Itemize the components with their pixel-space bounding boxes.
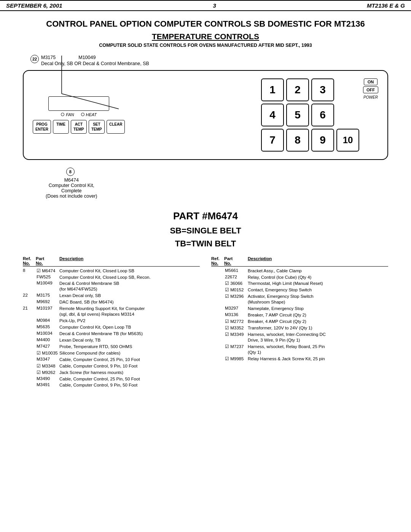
part-number: PART #M6474: [23, 210, 388, 222]
table-row: 8 ☑ M6474 Computer Control Kit, Closed L…: [23, 268, 200, 274]
page: SEPTEMBER 6, 2001 3 MT2136 E & G CONTROL…: [0, 0, 411, 532]
power-label: POWER: [363, 95, 378, 99]
table-row: M0984 Pick-Up, PV2: [23, 318, 200, 324]
row-partno: M3347: [36, 357, 59, 361]
header: SEPTEMBER 6, 2001 3 MT2136 E & G: [0, 0, 411, 11]
fan-heat-row: FAN HEAT: [61, 112, 97, 117]
row-desc: Cable, Computer Control, 25 Pin, 10 Foot: [59, 357, 200, 363]
row-partno: 22672: [224, 275, 247, 279]
header-date: SEPTEMBER 6, 2001: [6, 2, 62, 9]
col-ref-left: Ref.No.: [23, 256, 35, 265]
circle-22: 22: [30, 55, 39, 63]
fan-label: FAN: [66, 112, 74, 117]
table-row: M5661 Bracket Assy., Cable Clamp: [211, 268, 388, 274]
numpad-4[interactable]: 4: [261, 104, 284, 126]
table-row: ☑ M7237 Harness, w/socket, Relay Board, …: [211, 344, 388, 355]
numpad-8[interactable]: 8: [286, 129, 309, 152]
table-row: M9692 DAC Board, SB (for M6474): [23, 299, 200, 305]
col-desc-left: Description: [59, 256, 200, 265]
row-desc: Relay Harness & Jack Screw Kit, 25 pin: [248, 356, 388, 362]
row-partno: M5635: [36, 324, 59, 329]
table-row: M3347 Cable, Computer Control, 25 Pin, 1…: [23, 357, 200, 363]
parts-column-right: Ref.No. PartNo. Description M5661 Bracke…: [211, 256, 388, 389]
fan-circle: [61, 113, 64, 116]
row-partno: M7427: [36, 344, 59, 348]
part-ref-m6474: M6474: [46, 177, 97, 183]
col-desc-right: Description: [248, 256, 388, 265]
table-row: ☑ M3349 Harness, w/socket, Inter-Connect…: [211, 332, 388, 343]
row-partno: M0984: [36, 318, 59, 323]
numpad-1[interactable]: 1: [261, 78, 284, 101]
parts-header-left: Ref.No. PartNo. Description: [23, 256, 200, 267]
row-partno: M5661: [224, 268, 247, 273]
circle-8: 8: [66, 168, 75, 176]
numpad: 1 2 3 4 5 6 7 8 9 10: [261, 78, 359, 152]
numpad-7[interactable]: 7: [261, 129, 284, 152]
row-desc: Remote Mounting Support Kit, for Compute…: [59, 306, 200, 317]
on-button[interactable]: ON: [364, 78, 378, 85]
row-desc: Pick-Up, PV2: [59, 318, 200, 324]
time-btn[interactable]: TIME: [53, 120, 69, 134]
row-desc: Cable, Computer Control, 9 Pin, 10 Foot: [59, 363, 200, 369]
row-desc: Computer Control Kit, Open Loop TB: [59, 324, 200, 330]
set-temp-btn[interactable]: SET TEMP: [89, 120, 105, 134]
row-partno: ☑ M0152: [224, 287, 247, 292]
diagram-inner: FAN HEAT PROG ENTER TIME ACT TEMP SET T: [33, 78, 378, 152]
table-row: M10049 Decal & Control Membrane SB(for M…: [23, 281, 200, 292]
table-row: M4400 Lexan Decal only, TB: [23, 337, 200, 343]
row-partno: ☑ M6474: [36, 268, 59, 273]
row-partno: ☑ M3352: [224, 325, 247, 331]
table-row: ☑ M0152 Contact, Emergency Stop Switch: [211, 287, 388, 293]
right-numpad-power: 1 2 3 4 5 6 7 8 9 10: [253, 78, 378, 152]
row-partno: ☑ 36066: [224, 281, 247, 286]
row-partno: M3136: [224, 312, 247, 317]
col-part-left: PartNo.: [36, 256, 59, 265]
numpad-6[interactable]: 6: [311, 104, 334, 126]
numpad-5[interactable]: 5: [286, 104, 309, 126]
row-desc: Cable, Computer Control, 9 Pin, 50 Foot: [59, 382, 200, 388]
tb-label: TB=TWIN BELT: [23, 239, 388, 249]
row-desc: Computer Control Kit, Closed Loop SB: [59, 268, 200, 274]
row-desc: Probe, Temperature RTD, 500 OHMS: [59, 344, 200, 350]
heat-circle: [81, 113, 84, 116]
table-row: M3491 Cable, Computer Control, 9 Pin, 50…: [23, 382, 200, 388]
prog-enter-btn[interactable]: PROG ENTER: [33, 120, 51, 134]
decal-m10049: M10049: [78, 55, 96, 60]
off-button[interactable]: OFF: [363, 86, 378, 93]
row-ref: 21: [23, 306, 35, 310]
row-desc: Jack Screw (for harness mounts): [59, 370, 200, 375]
row-desc: Contact, Emergency Stop Switch: [248, 287, 388, 293]
numpad-3[interactable]: 3: [311, 78, 334, 101]
row-ref: 22: [23, 293, 35, 297]
parts-right-rows: M5661 Bracket Assy., Cable Clamp 22672 R…: [211, 268, 388, 362]
panel-diagram: FAN HEAT PROG ENTER TIME ACT TEMP SET T: [23, 70, 388, 160]
col-part-right: PartNo.: [224, 256, 247, 265]
table-row: M3490 Cable, Computer Control, 25 Pin, 5…: [23, 376, 200, 382]
header-model: MT2136 E & G: [367, 2, 405, 9]
table-row: M3136 Breaker, 7 AMP Circuit (Qty 2): [211, 312, 388, 318]
table-row: ☑ M3348 Cable, Computer Control, 9 Pin, …: [23, 363, 200, 369]
table-row: ☑ M10035 Silicone Compound (for cables): [23, 350, 200, 356]
row-desc: Harness, w/socket, Relay Board, 25 Pin(Q…: [248, 344, 388, 355]
numpad-2[interactable]: 2: [286, 78, 309, 101]
row-desc: Relay, Control (Ice Cube) (Qty 4): [248, 275, 388, 280]
numpad-10[interactable]: 10: [336, 129, 359, 152]
parts-left-rows: 8 ☑ M6474 Computer Control Kit, Closed L…: [23, 268, 200, 388]
heat-indicator: HEAT: [81, 112, 97, 117]
clear-btn[interactable]: CLEAR: [107, 120, 125, 134]
part-ref-8: 8 M6474 Computer Control Kit, Complete (…: [46, 168, 97, 199]
table-row: M3297 Nameplate, Emergency Stop: [211, 306, 388, 312]
row-desc: Transformer, 120V to 24V (Qty 1): [248, 325, 388, 331]
arrow-22: [50, 71, 73, 101]
numpad-9[interactable]: 9: [311, 129, 334, 152]
decal-info: M3175 M10049 Decal Only, SB OR Decal & C…: [41, 55, 149, 66]
act-temp-btn[interactable]: ACT TEMP: [71, 120, 87, 134]
row-desc: Computer Control Kit, Closed Loop SB, Re…: [59, 275, 200, 280]
left-panel: FAN HEAT PROG ENTER TIME ACT TEMP SET T: [33, 96, 125, 134]
row-desc: Harness, w/socket, Inter-Connecting DCDr…: [248, 332, 388, 343]
numpad-empty-1: [336, 78, 359, 101]
row-desc: Bracket Assy., Cable Clamp: [248, 268, 388, 274]
row-partno: ☑ M3296: [224, 294, 247, 299]
row-desc: DAC Board, SB (for M6474): [59, 299, 200, 305]
table-row: FW525 Computer Control Kit, Closed Loop …: [23, 275, 200, 280]
